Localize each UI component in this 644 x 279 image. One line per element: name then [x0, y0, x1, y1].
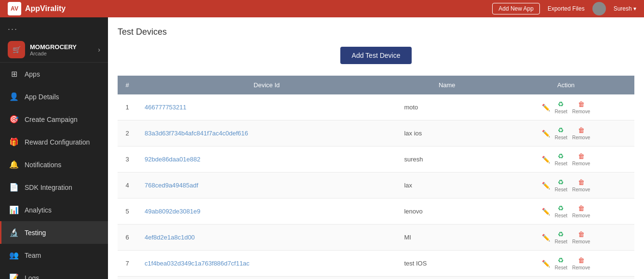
table-row: 3 92bde86daa01e882 suresh ✏️ ♻ Reset 🗑 R…	[118, 146, 634, 173]
row-num: 8	[118, 277, 137, 279]
edit-icon[interactable]: ✏️	[542, 182, 550, 189]
row-name: MI	[396, 225, 497, 251]
table-header-row: # Device Id Name Action	[118, 76, 634, 94]
add-new-app-button[interactable]: Add New App	[492, 3, 540, 14]
table-row: 7 c1f4bea032d349c1a763f886d7cf11ac test …	[118, 251, 634, 277]
remove-label: Remove	[572, 239, 590, 244]
reset-action[interactable]: ♻ Reset	[555, 152, 567, 166]
sidebar-item-analytics-label: Analytics	[25, 206, 52, 214]
device-id-link[interactable]: 768ced9a49485adf	[145, 182, 198, 189]
sidebar-item-create-campaign[interactable]: 🎯 Create Campaign	[0, 108, 108, 131]
add-device-btn-wrap: Add Test Device	[118, 47, 634, 64]
app-name: MOMGROCERY	[30, 43, 77, 51]
logo-text: AppVirality	[25, 4, 66, 13]
device-id-link[interactable]: 83a3d63f734b4afc841f7ac4c0def616	[145, 130, 248, 137]
sidebar-item-analytics[interactable]: 📊 Analytics	[0, 199, 108, 221]
user-name[interactable]: Suresh ▾	[614, 5, 636, 12]
sidebar-item-notifications[interactable]: 🔔 Notifications	[0, 153, 108, 176]
remove-action[interactable]: 🗑 Remove	[572, 178, 590, 192]
reset-action[interactable]: ♻ Reset	[555, 204, 567, 218]
device-id-link[interactable]: 49ab8092de3081e9	[145, 208, 201, 215]
row-name: lax	[396, 173, 497, 199]
remove-action[interactable]: 🗑 Remove	[572, 152, 590, 166]
sidebar-item-team[interactable]: 👥 Team	[0, 244, 108, 266]
row-device-id: addc52d3977d4cdfb7df19fa9762888a	[137, 277, 396, 279]
sidebar-app-info[interactable]: 🛒 MOMGROCERY Arcade ›	[0, 37, 108, 63]
row-device-id: 49ab8092de3081e9	[137, 199, 396, 225]
row-num: 5	[118, 199, 137, 225]
logo: AV AppVirality	[8, 2, 66, 15]
row-name: madhu IOS	[396, 277, 497, 279]
action-cell: ✏️ ♻ Reset 🗑 Remove	[505, 230, 627, 244]
remove-action[interactable]: 🗑 Remove	[572, 230, 590, 244]
remove-action[interactable]: 🗑 Remove	[572, 256, 590, 270]
reset-action[interactable]: ♻ Reset	[555, 178, 567, 192]
reward-icon: 🎁	[9, 137, 19, 146]
logo-icon: AV	[8, 2, 21, 15]
sidebar-item-apps-label: Apps	[25, 70, 40, 78]
row-action: ✏️ ♻ Reset 🗑 Remove	[497, 94, 634, 120]
add-test-device-button[interactable]: Add Test Device	[340, 47, 412, 64]
reset-icon: ♻	[558, 152, 564, 160]
reset-action[interactable]: ♻ Reset	[555, 230, 567, 244]
sidebar: ... 🛒 MOMGROCERY Arcade › ⊞ Apps 👤 App D…	[0, 17, 108, 279]
devices-table: # Device Id Name Action 1 466777753211 m…	[118, 76, 634, 279]
device-id-link[interactable]: 92bde86daa01e882	[145, 156, 201, 163]
logs-icon: 📝	[9, 273, 19, 279]
device-id-link[interactable]: 466777753211	[145, 104, 187, 111]
sidebar-item-testing-label: Testing	[25, 229, 46, 237]
device-id-link[interactable]: 4ef8d2e1a8c1d00	[145, 234, 195, 241]
row-action: ✏️ ♻ Reset 🗑 Remove	[497, 120, 634, 146]
sidebar-item-logs[interactable]: 📝 Logs	[0, 266, 108, 279]
reset-action[interactable]: ♻ Reset	[555, 126, 567, 140]
edit-icon[interactable]: ✏️	[542, 156, 550, 163]
row-name: lax ios	[396, 120, 497, 146]
layout: ... 🛒 MOMGROCERY Arcade › ⊞ Apps 👤 App D…	[0, 17, 644, 279]
sidebar-item-sdk-label: SDK Integration	[25, 184, 72, 191]
sidebar-item-reward-configuration[interactable]: 🎁 Reward Configuration	[0, 131, 108, 153]
remove-label: Remove	[572, 213, 590, 218]
col-device-id: Device Id	[137, 76, 396, 94]
sidebar-item-notifications-label: Notifications	[25, 161, 61, 169]
action-cell: ✏️ ♻ Reset 🗑 Remove	[505, 100, 627, 114]
row-device-id: 466777753211	[137, 94, 396, 120]
row-name: suresh	[396, 146, 497, 173]
remove-action[interactable]: 🗑 Remove	[572, 100, 590, 114]
sidebar-item-team-label: Team	[25, 252, 41, 259]
row-action: ✏️ ♻ Reset 🗑 Remove	[497, 225, 634, 251]
remove-label: Remove	[572, 161, 590, 166]
row-device-id: 768ced9a49485adf	[137, 173, 396, 199]
row-name: lenovo	[396, 199, 497, 225]
remove-action[interactable]: 🗑 Remove	[572, 204, 590, 218]
avatar[interactable]	[592, 2, 606, 15]
reset-action[interactable]: ♻ Reset	[555, 256, 567, 270]
remove-icon: 🗑	[578, 204, 585, 212]
reset-icon: ♻	[558, 204, 564, 212]
device-id-link[interactable]: c1f4bea032d349c1a763f886d7cf11ac	[145, 260, 250, 267]
sidebar-item-sdk-integration[interactable]: 📄 SDK Integration	[0, 176, 108, 199]
main-content: Test Devices Add Test Device # Device Id…	[108, 17, 644, 279]
table-row: 2 83a3d63f734b4afc841f7ac4c0def616 lax i…	[118, 120, 634, 146]
edit-icon[interactable]: ✏️	[542, 104, 550, 111]
sidebar-item-testing[interactable]: 🔬 Testing	[0, 221, 108, 244]
row-name: test IOS	[396, 251, 497, 277]
reset-action[interactable]: ♻ Reset	[555, 100, 567, 114]
action-cell: ✏️ ♻ Reset 🗑 Remove	[505, 204, 627, 218]
sidebar-item-create-campaign-label: Create Campaign	[25, 116, 78, 123]
remove-action[interactable]: 🗑 Remove	[572, 126, 590, 140]
reset-icon: ♻	[558, 126, 564, 134]
reset-icon: ♻	[558, 256, 564, 264]
reset-icon: ♻	[558, 230, 564, 238]
row-num: 4	[118, 173, 137, 199]
edit-icon[interactable]: ✏️	[542, 130, 550, 137]
team-icon: 👥	[9, 251, 19, 260]
edit-icon[interactable]: ✏️	[542, 260, 550, 267]
edit-icon[interactable]: ✏️	[542, 234, 550, 241]
edit-icon[interactable]: ✏️	[542, 208, 550, 215]
sidebar-item-apps[interactable]: ⊞ Apps	[0, 63, 108, 85]
exported-files-link[interactable]: Exported Files	[548, 5, 585, 12]
remove-icon: 🗑	[578, 178, 585, 186]
sidebar-item-app-details[interactable]: 👤 App Details	[0, 85, 108, 108]
sidebar-item-logs-label: Logs	[25, 274, 39, 279]
reset-label: Reset	[555, 135, 567, 140]
